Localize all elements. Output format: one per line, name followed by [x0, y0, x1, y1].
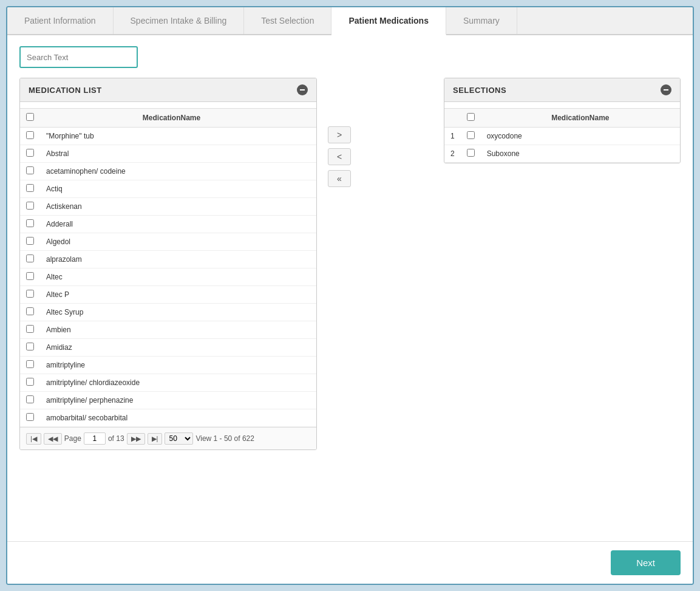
row-checkbox[interactable] [26, 237, 34, 245]
medication-list-minimize-button[interactable] [297, 84, 308, 95]
tab-test-selection[interactable]: Test Selection [244, 7, 331, 34]
row-checkbox[interactable] [26, 413, 34, 421]
table-row: Altec [20, 268, 316, 286]
row-checkbox-cell [20, 392, 40, 409]
tab-patient-information[interactable]: Patient Information [7, 7, 114, 34]
selections-header: SELECTIONS [444, 78, 680, 102]
row-checkbox[interactable] [26, 202, 34, 210]
row-checkbox[interactable] [26, 255, 34, 262]
sel-num-header [444, 109, 461, 128]
row-checkbox[interactable] [26, 272, 34, 280]
sel-medication-name-cell: Suboxone [481, 145, 680, 163]
medication-list-scroll[interactable]: "Morphine" tub Abstral acetaminophen/ co… [20, 128, 316, 427]
row-checkbox-cell [20, 180, 40, 198]
row-checkbox[interactable] [26, 343, 34, 350]
page-label: Page [64, 434, 81, 443]
row-extra-cell [288, 163, 316, 180]
row-checkbox-cell [20, 409, 40, 427]
sel-row-num: 2 [444, 145, 461, 163]
row-extra-cell [288, 304, 316, 321]
selections-title: SELECTIONS [453, 86, 506, 95]
row-checkbox-cell [20, 233, 40, 251]
sel-select-all-header [461, 109, 481, 128]
row-extra-cell [288, 145, 316, 163]
row-extra-cell [288, 180, 316, 198]
row-checkbox[interactable] [26, 149, 34, 157]
first-page-button[interactable]: |◀ [26, 433, 41, 445]
row-extra-cell [288, 198, 316, 216]
row-extra-cell [288, 409, 316, 427]
table-row: amitriptyline/ perphenazine [20, 392, 316, 409]
row-checkbox[interactable] [26, 378, 34, 386]
table-row: Actiq [20, 180, 316, 198]
per-page-select[interactable]: 50 100 [165, 432, 193, 445]
table-row: 1 oxycodone [444, 128, 680, 145]
select-all-checkbox-left[interactable] [26, 113, 34, 121]
medication-list-data-table: "Morphine" tub Abstral acetaminophen/ co… [20, 128, 316, 427]
med-list-name-header: MedicationName [40, 109, 303, 128]
row-checkbox[interactable] [26, 325, 34, 333]
search-input[interactable] [19, 46, 138, 68]
sel-row-checkbox-cell [461, 128, 481, 145]
row-checkbox[interactable] [26, 360, 34, 368]
table-row: "Morphine" tub [20, 128, 316, 145]
view-range-label: View 1 - 50 of 622 [195, 434, 254, 443]
sel-row-checkbox-cell [461, 145, 481, 163]
medication-list-table: MedicationName [20, 108, 316, 128]
select-all-checkbox-right[interactable] [467, 113, 475, 121]
prev-page-button[interactable]: ◀◀ [44, 433, 62, 445]
med-list-scroll-header [303, 109, 316, 128]
tab-specimen-intake-billing[interactable]: Specimen Intake & Billing [114, 7, 245, 34]
next-page-button[interactable]: ▶▶ [127, 433, 145, 445]
row-checkbox-cell [20, 357, 40, 374]
medication-name-cell: Actiskenan [40, 198, 288, 216]
table-row: Ambien [20, 321, 316, 339]
table-row: alprazolam [20, 251, 316, 268]
row-checkbox-cell [20, 321, 40, 339]
medication-name-cell: Ambien [40, 321, 288, 339]
medication-name-cell: alprazolam [40, 251, 288, 268]
sel-name-header: MedicationName [481, 109, 680, 128]
row-checkbox[interactable] [26, 166, 34, 174]
row-checkbox-cell [20, 374, 40, 392]
table-row: Actiskenan [20, 198, 316, 216]
med-list-select-all-header [20, 109, 40, 128]
remove-all-from-selection-button[interactable]: « [328, 170, 351, 187]
sel-row-checkbox[interactable] [467, 149, 475, 157]
row-checkbox[interactable] [26, 131, 34, 139]
medication-name-cell: amobarbital/ secobarbital [40, 409, 288, 427]
table-row: Abstral [20, 145, 316, 163]
row-checkbox[interactable] [26, 219, 34, 227]
row-checkbox-cell [20, 251, 40, 268]
row-extra-cell [288, 251, 316, 268]
pagination-bar: |◀ ◀◀ Page of 13 ▶▶ ▶| 50 100 View 1 - 5… [20, 427, 316, 449]
row-checkbox[interactable] [26, 395, 34, 403]
row-extra-cell [288, 286, 316, 304]
tab-summary[interactable]: Summary [446, 7, 517, 34]
row-extra-cell [288, 392, 316, 409]
row-checkbox-cell [20, 268, 40, 286]
row-checkbox-cell [20, 198, 40, 216]
row-extra-cell [288, 128, 316, 145]
medication-name-cell: Altec [40, 268, 288, 286]
row-checkbox[interactable] [26, 184, 34, 192]
table-row: amitriptyline/ chlordiazeoxide [20, 374, 316, 392]
footer: Next [7, 541, 693, 584]
add-to-selection-button[interactable]: > [328, 126, 351, 143]
medication-name-cell: Altec P [40, 286, 288, 304]
selections-minimize-button[interactable] [661, 84, 671, 95]
sel-row-checkbox[interactable] [467, 131, 475, 139]
medication-name-cell: Altec Syrup [40, 304, 288, 321]
remove-from-selection-button[interactable]: < [328, 148, 351, 165]
row-checkbox[interactable] [26, 307, 34, 315]
last-page-button[interactable]: ▶| [148, 433, 163, 445]
medication-name-cell: Abstral [40, 145, 288, 163]
sel-medication-name-cell: oxycodone [481, 128, 680, 145]
table-row: 2 Suboxone [444, 145, 680, 163]
next-button[interactable]: Next [611, 550, 681, 575]
row-checkbox[interactable] [26, 290, 34, 298]
transfer-buttons-col: > < « [317, 78, 362, 187]
table-row: amobarbital/ secobarbital [20, 409, 316, 427]
page-input[interactable] [84, 432, 106, 445]
tab-patient-medications[interactable]: Patient Medications [331, 7, 446, 35]
